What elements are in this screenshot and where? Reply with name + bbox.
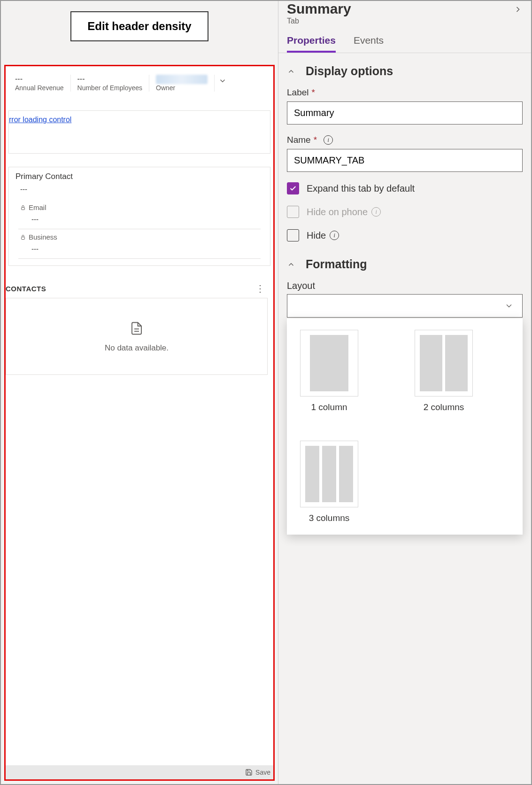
primary-contact-card[interactable]: Primary Contact --- Email --- Business -… [8, 167, 270, 266]
lock-icon [20, 204, 26, 211]
info-icon[interactable]: i [330, 231, 339, 240]
email-label: Email [29, 203, 46, 211]
annual-revenue-label: Annual Revenue [15, 84, 64, 92]
expand-default-checkbox[interactable] [287, 182, 299, 194]
primary-contact-value: --- [15, 185, 263, 193]
info-icon[interactable]: i [371, 207, 381, 217]
save-icon [245, 769, 253, 776]
header-employees[interactable]: --- Number of Employees [71, 75, 150, 92]
chevron-right-icon[interactable] [513, 5, 523, 16]
layout-name-3col: 3 columns [309, 513, 350, 523]
email-field[interactable]: Email --- [18, 200, 261, 229]
contacts-section-title: CONTACTS [6, 285, 46, 293]
layout-name-2col: 2 columns [424, 402, 464, 412]
save-button[interactable]: Save [255, 769, 270, 776]
business-value: --- [20, 241, 259, 255]
panel-title: Summary [287, 1, 523, 17]
layout-thumb-3col [300, 441, 358, 507]
check-icon [289, 185, 297, 192]
employees-value: --- [77, 75, 143, 83]
layout-select[interactable] [287, 294, 523, 318]
contacts-empty-card: No data available. [6, 298, 268, 375]
svg-rect-1 [22, 237, 25, 239]
error-card[interactable]: rror loading control [8, 110, 270, 154]
form-header: --- Annual Revenue --- Number of Employe… [6, 66, 273, 94]
label-input[interactable] [287, 101, 523, 124]
no-data-text: No data available. [105, 343, 169, 353]
layout-name-1col: 1 column [311, 402, 347, 412]
layout-thumb-2col [415, 330, 473, 396]
layout-option-2col[interactable]: 2 columns [415, 330, 473, 412]
chevron-up-icon [287, 67, 295, 76]
chevron-down-icon [504, 301, 514, 311]
hide-label: Hidei [307, 230, 339, 241]
owner-label: Owner [156, 84, 208, 92]
lock-icon [20, 234, 26, 241]
error-loading-link[interactable]: rror loading control [9, 116, 71, 124]
hide-phone-checkbox [287, 206, 299, 218]
hide-phone-label: Hide on phonei [307, 207, 381, 218]
expand-default-label: Expand this tab by default [307, 183, 415, 194]
header-owner[interactable]: Owner [149, 75, 215, 92]
header-annual-revenue[interactable]: --- Annual Revenue [8, 75, 71, 92]
layout-label: Layout [287, 280, 523, 291]
display-options-title: Display options [306, 64, 393, 78]
layout-option-1col[interactable]: 1 column [300, 330, 358, 412]
email-value: --- [20, 211, 259, 225]
name-field-label: Name*i [287, 135, 523, 145]
layout-thumb-1col [300, 330, 358, 396]
display-options-toggle[interactable]: Display options [287, 64, 523, 78]
form-canvas[interactable]: --- Annual Revenue --- Number of Employe… [4, 65, 275, 781]
more-options-icon[interactable]: ⋮ [255, 284, 268, 293]
name-input[interactable] [287, 149, 523, 172]
file-icon [130, 320, 144, 337]
chevron-down-icon[interactable] [215, 75, 234, 87]
formatting-toggle[interactable]: Formatting [287, 257, 523, 271]
tab-properties[interactable]: Properties [287, 35, 336, 53]
formatting-title: Formatting [306, 257, 367, 271]
business-label: Business [29, 233, 57, 241]
owner-value-redacted [156, 75, 208, 84]
hide-checkbox[interactable] [287, 229, 299, 241]
business-field[interactable]: Business --- [18, 229, 261, 259]
edit-header-density-button[interactable]: Edit header density [70, 11, 208, 41]
svg-rect-0 [22, 207, 25, 210]
label-field-label: Label* [287, 87, 523, 98]
annual-revenue-value: --- [15, 75, 64, 83]
primary-contact-title: Primary Contact [15, 172, 263, 181]
panel-subtitle: Tab [287, 17, 523, 25]
layout-dropdown: 1 column 2 columns 3 columns [287, 319, 523, 535]
employees-label: Number of Employees [77, 84, 143, 92]
info-icon[interactable]: i [324, 135, 333, 145]
tab-events[interactable]: Events [354, 35, 384, 53]
layout-option-3col[interactable]: 3 columns [300, 441, 358, 523]
status-bar: Save [6, 765, 273, 779]
chevron-up-icon [287, 260, 295, 269]
